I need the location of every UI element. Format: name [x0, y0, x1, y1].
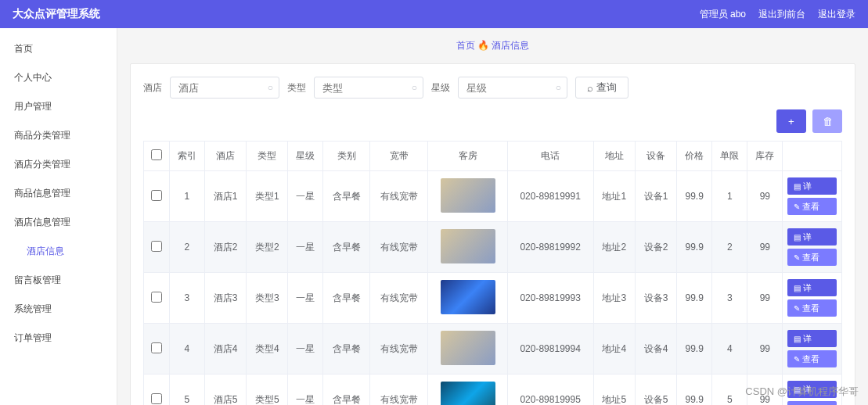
row-checkbox[interactable] [151, 342, 162, 353]
room-image [441, 382, 495, 406]
filter-hotel-label: 酒店 [143, 81, 162, 95]
content-panel: 酒店 ○ 类型 ○ 星级 ○ ⌕ 查询 [130, 63, 855, 405]
cell-addr: 地址5 [593, 375, 635, 406]
cell-star: 一星 [288, 222, 323, 273]
column-header: 设备 [635, 142, 676, 171]
cell-addr: 地址4 [593, 324, 635, 375]
table-row: 2酒店2类型2一星含早餐有线宽带020-89819992地址2设备299.929… [144, 222, 842, 273]
sidebar-item-5[interactable]: 商品信息管理 [0, 179, 117, 208]
view-button[interactable]: ✎查看 [787, 401, 837, 405]
cell-price: 99.9 [677, 324, 712, 375]
column-header: 宽带 [370, 142, 428, 171]
select-all-checkbox[interactable] [151, 149, 162, 160]
add-button[interactable]: + [776, 109, 806, 133]
delete-button[interactable]: 🗑 [812, 109, 842, 133]
search-icon: ⌕ [587, 82, 593, 94]
column-header: 索引 [169, 142, 204, 171]
doc-icon: ▤ [794, 385, 801, 394]
cell-net: 有线宽带 [370, 375, 428, 406]
cell-net: 有线宽带 [370, 171, 428, 222]
cell-limit: 4 [712, 324, 747, 375]
cell-cat: 含早餐 [323, 222, 370, 273]
search-button[interactable]: ⌕ 查询 [575, 77, 628, 99]
cell-idx: 1 [169, 171, 204, 222]
filter-hotel-input[interactable] [170, 77, 279, 99]
cell-stock: 99 [747, 324, 783, 375]
view-button[interactable]: ✎查看 [787, 299, 837, 317]
trash-icon: 🗑 [823, 116, 833, 127]
cell-limit: 1 [712, 171, 747, 222]
row-checkbox[interactable] [151, 393, 162, 404]
detail-button[interactable]: ▤详 [787, 330, 837, 347]
cell-idx: 5 [169, 375, 204, 406]
room-image [441, 229, 495, 263]
cell-stock: 99 [747, 375, 783, 406]
cell-star: 一星 [288, 375, 323, 406]
header-user[interactable]: 管理员 abo [700, 8, 746, 21]
header-logout[interactable]: 退出登录 [818, 8, 855, 21]
column-header: 价格 [677, 142, 712, 171]
cell-tel: 020-89819992 [507, 222, 593, 273]
row-checkbox[interactable] [151, 190, 162, 201]
cell-tel: 020-89819991 [507, 171, 593, 222]
sidebar-item-0[interactable]: 首页 [0, 34, 117, 63]
detail-button[interactable]: ▤详 [787, 177, 837, 195]
view-button[interactable]: ✎查看 [787, 350, 837, 367]
header-tofront[interactable]: 退出到前台 [758, 8, 805, 21]
cell-hotel: 酒店2 [204, 222, 246, 273]
cell-cat: 含早餐 [323, 273, 370, 324]
column-header: 客房 [428, 142, 507, 171]
view-button[interactable]: ✎查看 [787, 249, 837, 266]
doc-icon: ▤ [794, 284, 801, 292]
cell-hotel: 酒店4 [204, 324, 246, 375]
edit-icon: ✎ [794, 355, 800, 364]
sidebar-item-1[interactable]: 个人中心 [0, 63, 117, 92]
cell-type: 类型3 [247, 273, 288, 324]
cell-type: 类型2 [247, 222, 288, 273]
cell-star: 一星 [288, 273, 323, 324]
row-checkbox[interactable] [151, 292, 162, 303]
edit-icon: ✎ [794, 304, 800, 313]
cell-price: 99.9 [677, 273, 712, 324]
cell-tel: 020-89819995 [507, 375, 593, 406]
filter-type-input[interactable] [314, 77, 423, 99]
sidebar-item-after-2[interactable]: 订单管理 [0, 324, 117, 353]
column-header: 酒店 [204, 142, 246, 171]
column-header [783, 142, 842, 171]
sidebar-sub-hotel-info[interactable]: 酒店信息 [0, 237, 117, 266]
toolbar: + 🗑 [143, 109, 842, 133]
cell-net: 有线宽带 [370, 324, 428, 375]
table-row: 4酒店4类型4一星含早餐有线宽带020-89819994地址4设备499.949… [144, 324, 842, 375]
sidebar: 首页个人中心用户管理商品分类管理酒店分类管理商品信息管理酒店信息管理 酒店信息 … [0, 28, 117, 405]
view-button[interactable]: ✎查看 [787, 198, 837, 215]
detail-button[interactable]: ▤详 [787, 381, 837, 398]
cell-addr: 地址2 [593, 222, 635, 273]
room-image [441, 178, 495, 213]
cell-addr: 地址3 [593, 273, 635, 324]
detail-button[interactable]: ▤详 [787, 279, 837, 296]
cell-price: 99.9 [677, 171, 712, 222]
filter-type-label: 类型 [287, 81, 306, 95]
sidebar-item-after-0[interactable]: 留言板管理 [0, 266, 117, 295]
sidebar-item-2[interactable]: 用户管理 [0, 92, 117, 121]
sidebar-item-4[interactable]: 酒店分类管理 [0, 150, 117, 179]
edit-icon: ✎ [794, 253, 800, 262]
main: 首页 🔥 酒店信息 酒店 ○ 类型 ○ 星级 ○ [117, 28, 868, 405]
room-image [441, 280, 495, 314]
cell-net: 有线宽带 [370, 273, 428, 324]
sidebar-item-3[interactable]: 商品分类管理 [0, 121, 117, 150]
sidebar-item-6[interactable]: 酒店信息管理 [0, 208, 117, 237]
edit-icon: ✎ [794, 202, 800, 211]
cell-limit: 5 [712, 375, 747, 406]
search-icon: ○ [412, 82, 417, 93]
sidebar-item-after-1[interactable]: 系统管理 [0, 295, 117, 324]
detail-button[interactable]: ▤详 [787, 228, 837, 246]
column-header: 类型 [247, 142, 288, 171]
filter-star-input[interactable] [458, 77, 567, 99]
breadcrumb: 首页 🔥 酒店信息 [130, 34, 855, 63]
breadcrumb-home[interactable]: 首页 [456, 40, 475, 51]
doc-icon: ▤ [794, 335, 801, 343]
cell-net: 有线宽带 [370, 222, 428, 273]
row-checkbox[interactable] [151, 241, 162, 252]
cell-dev: 设备1 [635, 171, 676, 222]
